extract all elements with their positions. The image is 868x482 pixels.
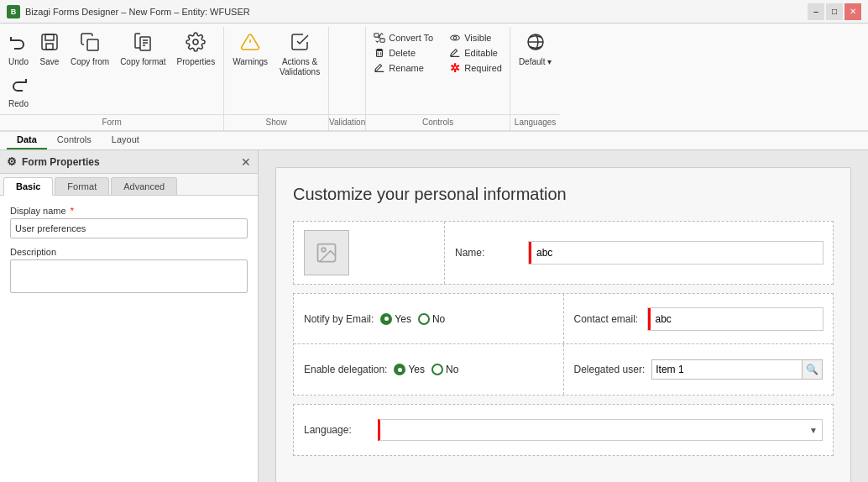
svg-point-17 [453, 36, 457, 39]
name-input[interactable] [529, 242, 823, 264]
save-label: Save [40, 57, 60, 67]
display-name-input[interactable] [10, 218, 248, 238]
language-select-wrap: ▼ [378, 419, 823, 441]
image-placeholder[interactable] [304, 230, 349, 275]
tab-layout[interactable]: Layout [102, 132, 149, 149]
tab-data[interactable]: Data [7, 132, 47, 149]
minimize-button[interactable]: – [808, 3, 824, 20]
editable-button[interactable]: Editable [445, 45, 506, 60]
save-button[interactable]: Save [34, 29, 65, 82]
copy-format-label: Copy format [120, 57, 165, 67]
contact-email-label: Contact email: [574, 313, 641, 325]
notify-yes-label[interactable]: Yes [380, 313, 411, 325]
delegated-user-input[interactable] [651, 359, 803, 380]
form-cell-delegation: Enable delegation: Yes No [294, 344, 564, 395]
visible-button[interactable]: Visible [445, 30, 506, 45]
left-panel: ⚙ Form Properties ✕ Basic Format Advance… [0, 150, 259, 482]
svg-rect-11 [374, 34, 379, 37]
undo-button[interactable]: Undo [3, 29, 34, 71]
copy-format-icon [133, 32, 153, 55]
copy-format-button[interactable]: Copy format [115, 29, 170, 82]
language-select[interactable] [378, 419, 823, 441]
redo-button[interactable]: Redo [3, 71, 34, 113]
languages-group-label: Languages [510, 114, 560, 128]
form-title: Customize your personal information [293, 185, 834, 204]
svg-point-20 [322, 248, 326, 252]
convert-to-label: Convert To [389, 33, 433, 43]
ribbon-group-validation: Validation [329, 27, 366, 130]
form-cell-delegated-user: Delegated user: 🔍 [564, 344, 834, 395]
delegation-radio-group: Yes No [394, 364, 458, 375]
tab-controls[interactable]: Controls [47, 132, 102, 149]
actions-button[interactable]: Actions & Validations [275, 29, 325, 82]
form-canvas: Customize your personal information Name… [275, 167, 851, 482]
delegation-yes-label[interactable]: Yes [394, 364, 425, 375]
panel-content: Display name * Description [0, 196, 258, 482]
warnings-button[interactable]: Warnings [227, 29, 273, 82]
subtab-format[interactable]: Format [55, 177, 109, 195]
copy-from-icon [80, 32, 100, 55]
properties-button[interactable]: Properties [172, 29, 221, 82]
default-language-button[interactable]: Default ▾ [514, 29, 557, 82]
show-group-label: Show [224, 114, 328, 128]
notify-yes-text: Yes [395, 313, 411, 325]
sub-tabs: Basic Format Advanced [0, 174, 258, 196]
svg-rect-2 [46, 44, 53, 50]
delegation-label: Enable delegation: [304, 364, 387, 375]
close-button[interactable]: ✕ [844, 3, 861, 20]
language-label: Language: [304, 424, 371, 436]
language-icon [526, 32, 546, 55]
name-label: Name: [455, 247, 522, 259]
tab-bar: Data Controls Layout [0, 132, 868, 150]
form-group-label: Form [0, 114, 223, 128]
default-language-label: Default ▾ [519, 57, 552, 67]
copy-from-label: Copy from [71, 57, 109, 67]
delegation-no-label[interactable]: No [431, 364, 458, 375]
notify-no-label[interactable]: No [418, 313, 445, 325]
titlebar: B Bizagi Forms Designer – New Form – Ent… [0, 0, 868, 24]
delegation-yes-radio[interactable] [394, 364, 405, 375]
description-input[interactable] [10, 259, 248, 293]
delegated-user-wrap: 🔍 [651, 359, 823, 380]
visible-icon [449, 32, 461, 44]
ribbon: Undo Redo Save [0, 24, 868, 132]
undo-icon [8, 32, 29, 55]
contact-email-input[interactable] [648, 308, 824, 330]
form-section-row1: Name: [293, 221, 834, 285]
rename-label: Rename [389, 63, 424, 73]
form-cell-name: Name: [445, 222, 833, 284]
notify-radio-group: Yes No [380, 313, 445, 325]
actions-label: Actions & Validations [280, 57, 320, 77]
copy-from-button[interactable]: Copy from [65, 29, 114, 82]
properties-label: Properties [177, 57, 216, 67]
visible-label: Visible [464, 33, 491, 43]
required-star: * [71, 206, 74, 216]
editable-label: Editable [464, 48, 498, 58]
required-button[interactable]: ✲ Required [445, 60, 506, 76]
form-row-2: Notify by Email: Yes No [294, 294, 833, 344]
notify-no-radio[interactable] [418, 313, 430, 325]
delegated-user-lookup-button[interactable]: 🔍 [803, 359, 823, 380]
titlebar-text: Bizagi Forms Designer – New Form – Entit… [25, 7, 250, 17]
controls-right: Visible Editable ✲ Required [445, 29, 506, 77]
notify-yes-radio[interactable] [380, 313, 392, 325]
form-row-4: Language: ▼ [294, 405, 833, 455]
delegation-no-radio[interactable] [431, 364, 443, 375]
controls-left: Convert To Delete Rename [369, 29, 437, 77]
svg-rect-13 [377, 50, 383, 56]
maximize-button[interactable]: □ [826, 3, 843, 20]
delete-label: Delete [389, 48, 416, 58]
warnings-label: Warnings [233, 57, 268, 67]
svg-rect-4 [140, 37, 150, 50]
actions-icon [290, 32, 310, 55]
subtab-basic[interactable]: Basic [3, 177, 53, 196]
rename-button[interactable]: Rename [369, 60, 437, 76]
panel-close-button[interactable]: ✕ [241, 155, 251, 169]
required-label: Required [464, 63, 502, 73]
convert-to-button[interactable]: Convert To [369, 30, 437, 45]
svg-rect-1 [45, 34, 54, 40]
subtab-advanced[interactable]: Advanced [111, 177, 177, 195]
form-cell-contact-email: Contact email: [564, 294, 834, 343]
notify-no-text: No [432, 313, 445, 325]
delete-button[interactable]: Delete [369, 45, 437, 60]
